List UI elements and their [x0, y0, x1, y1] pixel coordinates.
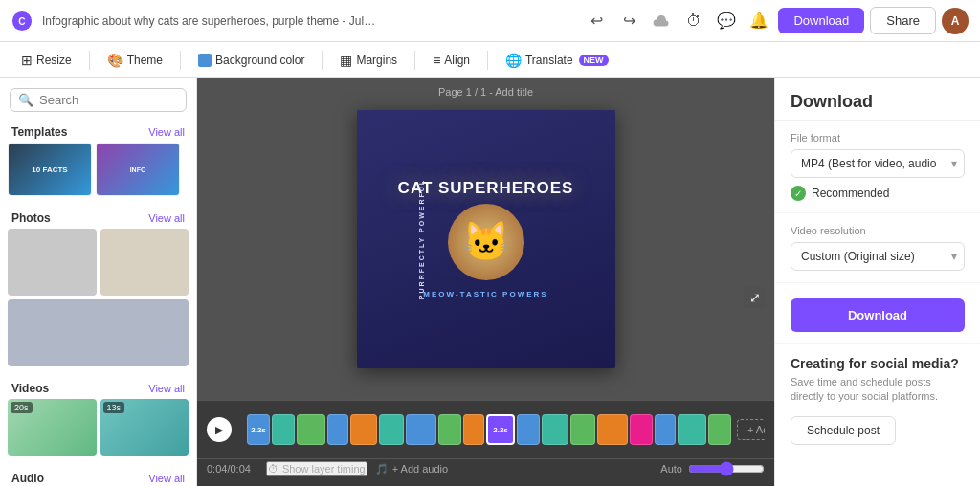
right-panel-header: Download — [775, 78, 980, 121]
translate-badge: NEW — [579, 55, 609, 66]
music-icon: 🎵 — [375, 463, 389, 475]
toolbar-separator-3 — [322, 51, 323, 70]
timeline-clip[interactable] — [542, 414, 568, 445]
show-layer-timing-button[interactable]: ⏱ Show layer timing — [266, 461, 368, 476]
photos-title: Photos — [11, 211, 51, 225]
cloud-save-button[interactable] — [648, 8, 675, 34]
timeline-time-display: 0:04/0:04 — [207, 463, 251, 475]
svg-text:C: C — [18, 15, 25, 26]
notifications-button[interactable]: 🔔 — [746, 8, 772, 34]
schedule-post-button[interactable]: Schedule post — [791, 416, 896, 445]
template-item[interactable]: 10 FACTS — [8, 143, 92, 196]
translate-button[interactable]: 🌐 Translate NEW — [496, 49, 618, 72]
sidebar: 🔍 Templates View all 10 FACTS INFO P — [0, 78, 197, 486]
timeline-clip[interactable] — [463, 414, 484, 445]
toolbar-separator-1 — [89, 51, 90, 70]
align-button[interactable]: ≡ Align — [423, 49, 479, 72]
timeline-clip[interactable] — [438, 414, 461, 445]
timeline-clip[interactable] — [327, 414, 348, 445]
timeline-clip[interactable] — [379, 414, 404, 445]
audio-view-all[interactable]: View all — [148, 473, 185, 484]
video-duration-badge: 20s — [11, 402, 33, 413]
timeline-clip[interactable]: 2.2s — [247, 414, 270, 445]
resize-label: Resize — [36, 54, 72, 67]
search-icon: 🔍 — [18, 93, 33, 107]
translate-icon: 🌐 — [505, 53, 522, 68]
sidebar-search-wrap: 🔍 — [0, 78, 196, 118]
timeline-clip[interactable] — [297, 414, 325, 445]
margins-button[interactable]: ▦ Margins — [330, 49, 407, 72]
canvas-illustration: Purrfectly Powerful CAT SUPERHEROES 🐱 ME… — [357, 110, 615, 368]
timer-button[interactable]: ⏱ — [680, 8, 707, 34]
margins-icon: ▦ — [340, 53, 352, 68]
main-canvas-area: Page 1 / 1 - Add title Purrfectly Powerf… — [197, 78, 774, 486]
timeline-controls: ▶ 2.2s 2.2s — [197, 401, 774, 459]
theme-icon: 🎨 — [107, 53, 123, 68]
timeline-scroll[interactable]: 2.2s 2.2s — [239, 405, 765, 454]
resize-button[interactable]: ⊞ Resize — [11, 49, 81, 72]
zoom-slider[interactable] — [688, 461, 765, 476]
timeline-clip[interactable] — [630, 414, 653, 445]
undo-button[interactable]: ↩ — [583, 8, 610, 34]
user-avatar[interactable]: A — [942, 8, 969, 34]
canvas-wrap: Page 1 / 1 - Add title Purrfectly Powerf… — [197, 78, 774, 400]
translate-label: Translate — [525, 54, 573, 67]
audio-header: Audio View all — [8, 464, 189, 486]
photos-view-all[interactable]: View all — [148, 212, 185, 224]
video-item[interactable]: 13s — [100, 399, 189, 456]
templates-grid: 10 FACTS INFO — [8, 143, 189, 196]
bg-color-button[interactable]: Background color — [189, 50, 314, 71]
timeline-play-button[interactable]: ▶ — [207, 417, 232, 442]
photo-item[interactable] — [8, 229, 97, 296]
right-download-button[interactable]: Download — [791, 298, 965, 332]
timeline-clip[interactable] — [350, 414, 377, 445]
timeline-clip[interactable] — [655, 414, 676, 445]
timeline-clip[interactable] — [406, 414, 436, 445]
theme-label: Theme — [127, 54, 163, 67]
videos-view-all[interactable]: View all — [148, 383, 185, 394]
file-format-section: File format MP4 (Best for video, audio, … — [775, 121, 980, 213]
videos-section: Videos View all 20s 13s — [0, 374, 196, 464]
timeline-clip[interactable] — [570, 414, 595, 445]
template-preview-2: INFO — [97, 144, 179, 195]
canvas-bottom-text: MEOW-TASTIC POWERS — [423, 290, 547, 298]
timeline: ▶ 2.2s 2.2s — [197, 400, 774, 486]
right-panel-title: Download — [791, 92, 965, 112]
theme-button[interactable]: 🎨 Theme — [98, 49, 172, 72]
topbar-download-button[interactable]: Download — [778, 8, 864, 33]
recommended-wrap: ✓ Recommended — [791, 186, 965, 201]
timeline-clip[interactable] — [708, 414, 731, 445]
template-item[interactable]: INFO — [96, 143, 180, 196]
templates-header: Templates View all — [8, 118, 189, 143]
show-layer-timing-label: Show layer timing — [282, 463, 366, 475]
layers-icon: ⏱ — [268, 463, 278, 475]
file-format-select[interactable]: MP4 (Best for video, audio, and animatio… — [791, 149, 965, 178]
timeline-clip[interactable] — [272, 414, 295, 445]
comments-button[interactable]: 💬 — [713, 8, 740, 34]
add-audio-button[interactable]: 🎵 + Add audio — [375, 463, 448, 475]
download-button-section: Download — [775, 283, 980, 344]
social-description: Save time and schedule posts directly to… — [791, 375, 965, 405]
photos-header: Photos View all — [8, 204, 189, 229]
timeline-clip[interactable] — [597, 414, 628, 445]
social-media-section: Creating for social media? Save time and… — [775, 344, 980, 456]
timeline-clip[interactable] — [678, 414, 706, 445]
bg-color-icon — [198, 54, 212, 67]
topbar-share-button[interactable]: Share — [870, 7, 936, 34]
templates-view-all[interactable]: View all — [148, 126, 185, 138]
photo-item-wide[interactable] — [8, 299, 189, 366]
redo-button[interactable]: ↪ — [615, 8, 642, 34]
bg-color-label: Background color — [215, 54, 304, 67]
photos-section: Photos View all — [0, 204, 196, 374]
topbar: C Infographic about why cats are superhe… — [0, 0, 980, 42]
photo-item[interactable] — [100, 229, 189, 296]
search-input[interactable] — [39, 93, 178, 107]
video-item[interactable]: 20s — [8, 399, 97, 456]
canvas-expand-button[interactable]: ⤢ — [744, 287, 767, 308]
canvas-page[interactable]: Purrfectly Powerful CAT SUPERHEROES 🐱 ME… — [357, 110, 615, 368]
timeline-clip[interactable] — [517, 414, 540, 445]
timeline-clip-active[interactable]: 2.2s — [486, 414, 515, 445]
recommended-text: Recommended — [812, 187, 889, 200]
resolution-select[interactable]: Custom (Original size) 480p 720p 1080p 4… — [791, 242, 965, 271]
add-scene-button[interactable]: + Add scene — [737, 419, 765, 440]
